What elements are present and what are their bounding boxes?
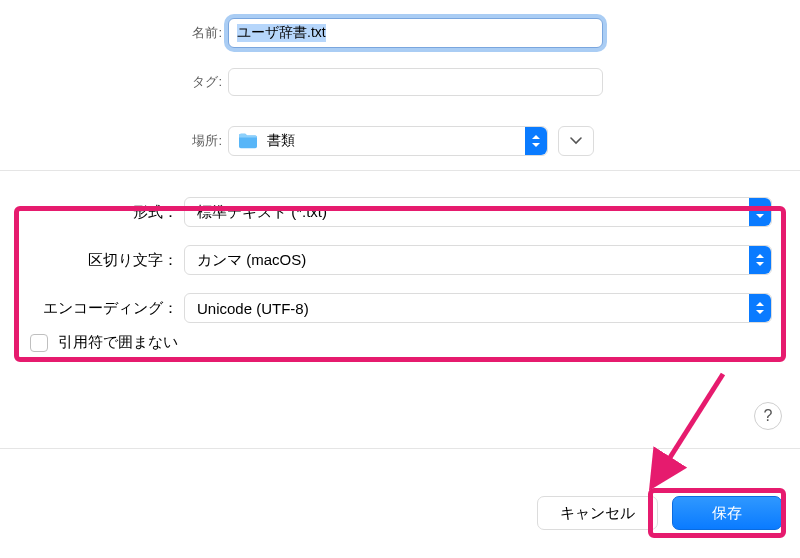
tags-label: タグ: — [0, 73, 228, 91]
updown-icon — [749, 294, 771, 322]
quotes-checkbox[interactable] — [30, 334, 48, 352]
svg-line-0 — [657, 374, 723, 478]
encoding-value: Unicode (UTF-8) — [197, 300, 309, 317]
help-button[interactable]: ? — [754, 402, 782, 430]
folder-icon — [237, 132, 259, 150]
encoding-label: エンコーディング： — [0, 299, 184, 318]
quotes-checkbox-label: 引用符で囲まない — [58, 333, 178, 352]
updown-icon — [749, 246, 771, 274]
filename-input[interactable] — [228, 18, 603, 48]
chevron-down-icon — [569, 134, 583, 149]
format-select[interactable]: 標準テキスト (*.txt) — [184, 197, 772, 227]
tags-input[interactable] — [228, 68, 603, 96]
cancel-button[interactable]: キャンセル — [537, 496, 658, 530]
delimiter-label: 区切り文字： — [0, 251, 184, 270]
arrow-annotation — [635, 368, 735, 498]
updown-icon — [525, 127, 547, 155]
name-label: 名前: — [0, 24, 228, 42]
expand-button[interactable] — [558, 126, 594, 156]
delimiter-select[interactable]: カンマ (macOS) — [184, 245, 772, 275]
delimiter-value: カンマ (macOS) — [197, 251, 306, 270]
format-value: 標準テキスト (*.txt) — [197, 203, 327, 222]
location-popup[interactable]: 書類 — [228, 126, 548, 156]
location-label: 場所: — [0, 132, 228, 150]
format-label: 形式： — [0, 203, 184, 222]
encoding-select[interactable]: Unicode (UTF-8) — [184, 293, 772, 323]
location-value: 書類 — [267, 132, 295, 150]
updown-icon — [749, 198, 771, 226]
save-button[interactable]: 保存 — [672, 496, 782, 530]
